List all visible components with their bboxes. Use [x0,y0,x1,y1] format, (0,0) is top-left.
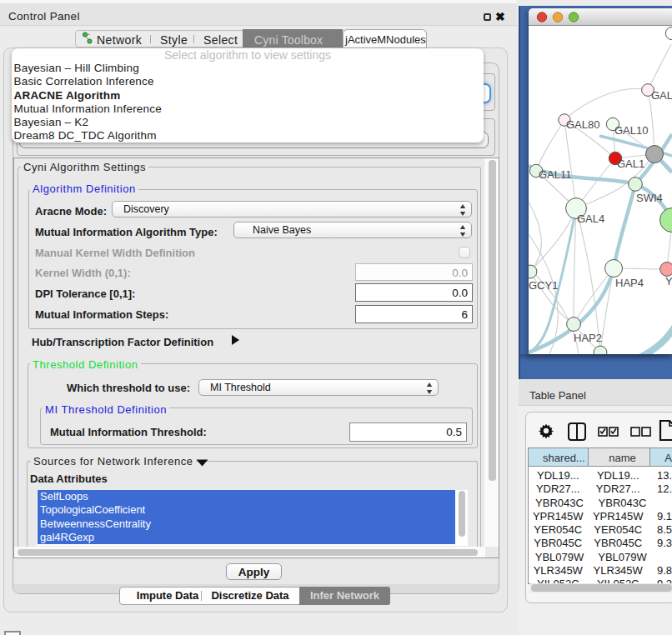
svg-text:HAP2: HAP2 [574,332,602,344]
svg-text:GAL: GAL [651,89,672,102]
svg-text:HAP4: HAP4 [615,277,644,289]
svg-text:Y: Y [665,275,672,288]
svg-text:GAL10: GAL10 [614,124,648,137]
svg-text:SWI4: SWI4 [636,192,663,204]
svg-text:GAL80: GAL80 [566,118,599,131]
svg-text:GAL4: GAL4 [577,212,604,225]
svg-text:GCY1: GCY1 [529,279,558,292]
svg-text:GAL1: GAL1 [617,158,644,170]
svg-text:GAL11: GAL11 [539,168,572,181]
